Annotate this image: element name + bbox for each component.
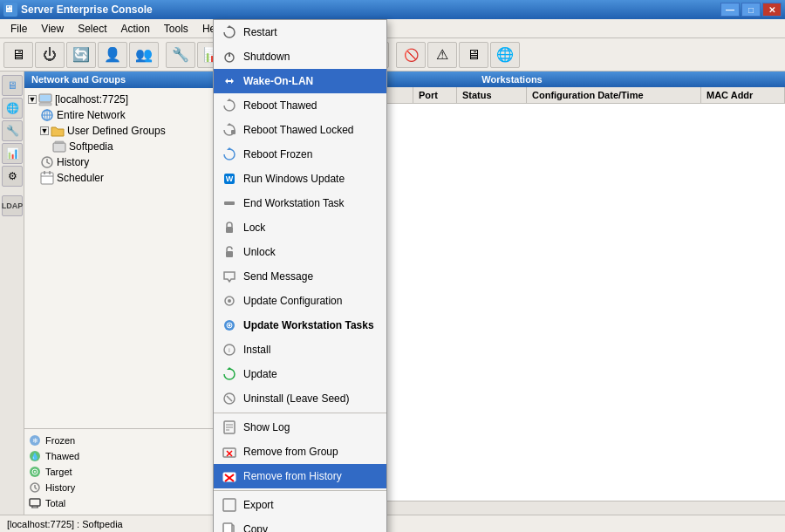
ctx-wol[interactable]: Wake-On-LAN [214, 69, 386, 93]
history-stat-label: History [45, 482, 203, 493]
tree-label-softpedia: Softpedia [69, 140, 113, 153]
ctx-send-message[interactable]: Send Message [214, 264, 386, 289]
tree-item-history[interactable]: History [28, 154, 229, 170]
tb-new[interactable]: 🖥 [3, 42, 33, 68]
tree-item-scheduler[interactable]: Scheduler [28, 170, 229, 186]
svg-marker-29 [227, 25, 232, 28]
app-icon: 🖥 [3, 3, 17, 17]
ctx-update[interactable]: Update [214, 362, 386, 386]
ctx-export[interactable]: Export [214, 493, 386, 517]
install-icon: i [221, 341, 238, 358]
ctx-shutdown-label: Shutdown [243, 51, 290, 63]
minimize-button[interactable]: — [720, 3, 740, 17]
tb-tools[interactable]: 🔧 [166, 42, 195, 68]
expand-root[interactable]: ▼ [28, 95, 37, 104]
side-icon-4[interactable]: 📊 [2, 143, 23, 164]
ctx-update-config[interactable]: Update Configuration [214, 289, 386, 313]
ctx-lock[interactable]: Lock [214, 215, 386, 240]
tree-item-softpedia[interactable]: Softpedia [28, 139, 229, 154]
expand-udg[interactable]: ▼ [40, 126, 49, 135]
side-icon-strip: 🖥 🌐 🔧 📊 ⚙ LDAP [0, 72, 24, 515]
col-mac: MAC Addr [701, 87, 785, 103]
ctx-remove-history[interactable]: Remove from History [214, 464, 386, 488]
ctx-windows-update[interactable]: W Run Windows Update [214, 167, 386, 191]
ctx-copy[interactable]: Copy [214, 517, 386, 532]
tree-item-root[interactable]: ▼ [localhost:7725] [28, 92, 229, 107]
tree-item-entire[interactable]: Entire Network [28, 107, 229, 123]
ctx-unlock-label: Unlock [243, 246, 276, 258]
side-icon-5[interactable]: ⚙ [2, 166, 23, 187]
folder-icon [51, 124, 65, 138]
ctx-uninstall-label: Uninstall (Leave Seed) [243, 392, 349, 405]
close-button[interactable]: ✕ [762, 3, 782, 17]
frozen-label: Frozen [45, 435, 203, 446]
svg-rect-38 [224, 201, 235, 205]
ctx-reboot-thawed[interactable]: Reboot Thawed [214, 93, 386, 118]
ctx-uninstall[interactable]: Uninstall (Leave Seed) [214, 386, 386, 411]
target-icon [28, 465, 42, 479]
tree-label-entire: Entire Network [57, 109, 126, 121]
tb-warning[interactable]: ⚠ [427, 42, 457, 68]
tree-label-root: [localhost:7725] [55, 93, 128, 106]
reboot-frozen-icon [221, 146, 238, 163]
ctx-wol-label: Wake-On-LAN [243, 75, 313, 87]
windows-update-icon: W [221, 170, 238, 188]
ctx-update-tasks[interactable]: Update Workstation Tasks [214, 313, 386, 338]
menu-select[interactable]: Select [71, 21, 113, 37]
ctx-reboot-frozen[interactable]: Reboot Frozen [214, 142, 386, 167]
log-icon [221, 419, 238, 436]
tb-remote2[interactable]: 🌐 [490, 42, 520, 68]
svg-marker-33 [227, 123, 232, 126]
side-icon-3[interactable]: 🔧 [2, 120, 23, 141]
ctx-install-label: Install [243, 344, 270, 356]
target-label: Target [45, 467, 203, 477]
network-groups-header: Network and Groups ◀ [24, 72, 233, 88]
shutdown-icon [221, 48, 238, 65]
tb-workstation[interactable]: 🚫 [396, 42, 426, 68]
ctx-reboot-thawed-locked[interactable]: Reboot Thawed Locked [214, 118, 386, 142]
menu-file[interactable]: File [3, 21, 34, 37]
thawed-icon: 💧 [28, 449, 42, 463]
ctx-restart-label: Restart [243, 26, 277, 38]
side-icon-2[interactable]: 🌐 [2, 98, 23, 119]
ctx-remove-group[interactable]: Remove from Group [214, 440, 386, 464]
tb-groups[interactable]: 👥 [129, 42, 159, 68]
svg-rect-4 [40, 95, 51, 101]
ctx-install[interactable]: i Install [214, 338, 386, 362]
ctx-unlock[interactable]: Unlock [214, 240, 386, 264]
svg-rect-10 [53, 143, 65, 152]
copy-icon [221, 521, 238, 532]
side-icon-1[interactable]: 🖥 [2, 75, 23, 96]
svg-point-42 [228, 299, 231, 303]
ctx-shutdown[interactable]: Shutdown [214, 44, 386, 69]
tree-item-udg[interactable]: ▼ User Defined Groups [28, 123, 229, 139]
svg-rect-39 [226, 227, 233, 233]
menu-bar: File View Select Action Tools Help [0, 19, 785, 38]
server-icon [38, 92, 52, 106]
ctx-end-task[interactable]: End Workstation Task [214, 191, 386, 215]
window-title: Server Enterprise Console [21, 3, 153, 16]
tb-users[interactable]: 👤 [98, 42, 127, 68]
ctx-show-log[interactable]: Show Log [214, 415, 386, 440]
tb-power[interactable]: ⏻ [35, 42, 65, 68]
tb-refresh[interactable]: 🔄 [66, 42, 96, 68]
scheduler-icon [40, 171, 54, 185]
menu-tools[interactable]: Tools [157, 21, 195, 37]
stats-panel: ❄ Frozen 0 💧 Thawed 0 Target [24, 428, 233, 515]
menu-view[interactable]: View [34, 21, 71, 37]
title-bar: 🖥 Server Enterprise Console — □ ✕ [0, 0, 785, 19]
remove-history-icon [221, 467, 238, 485]
stat-frozen: ❄ Frozen 0 [28, 433, 229, 448]
ctx-restart[interactable]: Restart [214, 20, 386, 44]
tree-label-udg: User Defined Groups [67, 125, 166, 137]
network-groups-title: Network and Groups [31, 74, 126, 85]
ctx-export-label: Export [243, 499, 274, 511]
left-panel: Network and Groups ◀ ▼ [localhost:7725] [24, 72, 234, 515]
side-icon-ldap[interactable]: LDAP [2, 195, 23, 216]
total-label: Total [45, 498, 203, 508]
tb-remote1[interactable]: 🖥 [459, 42, 488, 68]
maximize-button[interactable]: □ [741, 3, 761, 17]
status-bar: [localhost:7725] : Softpedia [0, 515, 785, 532]
ctx-log-label: Show Log [243, 421, 290, 433]
menu-action[interactable]: Action [114, 21, 157, 37]
